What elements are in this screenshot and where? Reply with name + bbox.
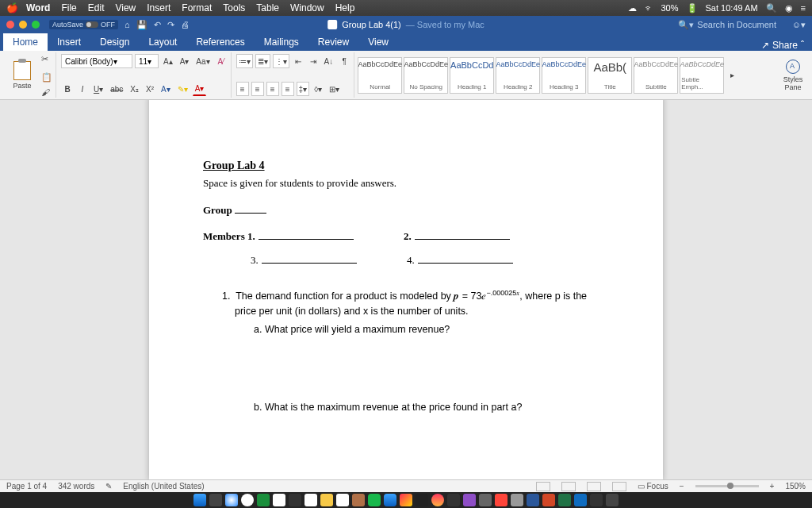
decrease-indent-icon[interactable]: ⇤ — [292, 54, 304, 68]
line-spacing-icon[interactable]: ‡▾ — [297, 82, 310, 96]
wifi-icon[interactable]: ᯤ — [645, 3, 653, 13]
menu-window[interactable]: Window — [290, 2, 324, 13]
styles-more-icon[interactable]: ▸ — [726, 68, 738, 83]
zoom-in[interactable]: + — [770, 482, 775, 491]
onedrive-icon[interactable] — [574, 494, 587, 506]
cloud-icon[interactable]: ☁ — [628, 3, 637, 13]
bold-button[interactable]: B — [61, 82, 74, 96]
keynote-icon[interactable] — [479, 494, 492, 506]
facetime-icon[interactable] — [257, 494, 270, 506]
align-right-icon[interactable]: ≡ — [266, 82, 279, 96]
language-indicator[interactable]: English (United States) — [123, 482, 204, 491]
reminders-icon[interactable] — [336, 494, 349, 506]
strike-button[interactable]: abc — [108, 82, 125, 96]
itunes-icon[interactable] — [431, 494, 444, 506]
style-normal[interactable]: AaBbCcDdEeNormal — [358, 57, 402, 94]
multilevel-icon[interactable]: ⋮▾ — [273, 54, 289, 68]
increase-indent-icon[interactable]: ⇥ — [307, 54, 320, 68]
menu-file[interactable]: File — [61, 2, 76, 13]
font-name-select[interactable]: Calibri (Body) ▾ — [61, 54, 132, 68]
dock-icon-5[interactable] — [590, 494, 603, 506]
justify-icon[interactable]: ≡ — [282, 82, 294, 96]
dashboard-icon[interactable] — [209, 494, 222, 506]
bullets-icon[interactable]: ≔▾ — [236, 54, 253, 68]
underline-button[interactable]: U ▾ — [91, 82, 105, 96]
grow-font-icon[interactable]: A▴ — [161, 54, 175, 68]
podcast-icon[interactable] — [463, 494, 476, 506]
zoom-out[interactable]: − — [680, 482, 684, 491]
contacts-icon[interactable] — [352, 494, 365, 506]
word-icon[interactable] — [527, 494, 539, 506]
appstore-icon[interactable] — [384, 494, 396, 506]
shrink-font-icon[interactable]: A▾ — [178, 54, 192, 68]
tab-design[interactable]: Design — [90, 33, 139, 51]
style-subtle-emph[interactable]: AaBbCcDdEeSubtle Emph... — [680, 57, 724, 94]
menu-insert[interactable]: Insert — [147, 2, 170, 13]
share-button[interactable]: ↗Shareˆ — [753, 40, 812, 51]
text-effects-icon[interactable]: A▾ — [159, 82, 173, 96]
calendar-icon[interactable] — [273, 494, 285, 506]
style-nospacing[interactable]: AaBbCcDdEeNo Spacing — [404, 57, 448, 94]
font-size-select[interactable]: 11 ▾ — [135, 54, 159, 68]
italic-button[interactable]: I — [76, 82, 89, 96]
trash-icon[interactable] — [606, 494, 619, 506]
highlight-icon[interactable]: ✎▾ — [175, 82, 190, 96]
tab-review[interactable]: Review — [308, 33, 358, 51]
print-icon[interactable]: 🖨 — [181, 20, 190, 29]
save-icon[interactable]: 💾 — [136, 20, 147, 30]
clear-format-icon[interactable]: A⁄ — [215, 54, 228, 68]
maximize-button[interactable] — [32, 21, 40, 29]
borders-icon[interactable]: ⊞▾ — [327, 82, 342, 96]
page-indicator[interactable]: Page 1 of 4 — [6, 482, 47, 491]
word-count[interactable]: 342 words — [58, 482, 94, 491]
format-painter-icon[interactable]: 🖌 — [41, 87, 52, 97]
print-layout-icon[interactable] — [561, 482, 576, 491]
style-title[interactable]: AaBb(Title — [588, 57, 632, 94]
page[interactable]: Group Lab 4 Space is given for students … — [149, 100, 663, 479]
zoom-level[interactable]: 150% — [785, 482, 806, 491]
tab-layout[interactable]: Layout — [139, 33, 186, 51]
messages-icon[interactable] — [368, 494, 381, 506]
feedback-icon[interactable]: ☺▾ — [792, 20, 806, 30]
font-color-icon[interactable]: A▾ — [193, 82, 207, 96]
paste-button[interactable]: Paste — [6, 61, 38, 90]
styles-gallery[interactable]: AaBbCcDdEeNormal AaBbCcDdEeNo Spacing Aa… — [356, 52, 776, 98]
menu-icon[interactable]: ≡ — [801, 3, 806, 13]
apple-icon[interactable]: 🍎 — [6, 2, 18, 13]
style-heading1[interactable]: AaBbCcDdHeading 1 — [450, 57, 494, 94]
cut-icon[interactable]: ✂ — [41, 54, 52, 64]
safari-icon[interactable] — [225, 494, 238, 506]
powerpoint-icon[interactable] — [542, 494, 555, 506]
spellcheck-icon[interactable]: ✎ — [105, 482, 112, 491]
close-button[interactable] — [6, 21, 14, 29]
mail-icon[interactable] — [304, 494, 317, 506]
menu-view[interactable]: View — [115, 2, 136, 13]
web-layout-icon[interactable] — [587, 482, 601, 491]
menu-edit[interactable]: Edit — [88, 2, 105, 13]
spotlight-icon[interactable]: 🔍 — [766, 3, 777, 13]
tab-view[interactable]: View — [358, 33, 398, 51]
menu-table[interactable]: Table — [256, 2, 279, 13]
excel-icon[interactable] — [558, 494, 571, 506]
numbering-icon[interactable]: ≣▾ — [255, 54, 270, 68]
align-left-icon[interactable]: ≡ — [236, 82, 249, 96]
menu-tools[interactable]: Tools — [223, 2, 245, 13]
sort-icon[interactable]: A↓ — [322, 54, 336, 68]
autosave-toggle[interactable]: AutoSaveOFF — [49, 20, 118, 29]
styles-pane-button[interactable]: Styles Pane — [777, 52, 809, 98]
home-icon[interactable]: ⌂ — [124, 20, 130, 29]
zoom-slider[interactable] — [695, 485, 759, 487]
align-center-icon[interactable]: ≡ — [251, 82, 264, 96]
dock-icon-4[interactable] — [495, 494, 508, 506]
style-heading2[interactable]: AaBbCcDdEeHeading 2 — [496, 57, 540, 94]
dock-icon-3[interactable] — [447, 494, 460, 506]
copy-icon[interactable]: 📋 — [41, 72, 52, 83]
menu-format[interactable]: Format — [182, 2, 212, 13]
show-marks-icon[interactable]: ¶ — [338, 54, 350, 68]
tab-mailings[interactable]: Mailings — [255, 33, 308, 51]
notes-icon[interactable] — [320, 494, 333, 506]
clock[interactable]: Sat 10:49 AM — [706, 3, 758, 13]
dock-icon-1[interactable] — [289, 494, 301, 506]
undo-icon[interactable]: ↶ — [154, 20, 161, 30]
redo-icon[interactable]: ↷ — [167, 20, 174, 30]
